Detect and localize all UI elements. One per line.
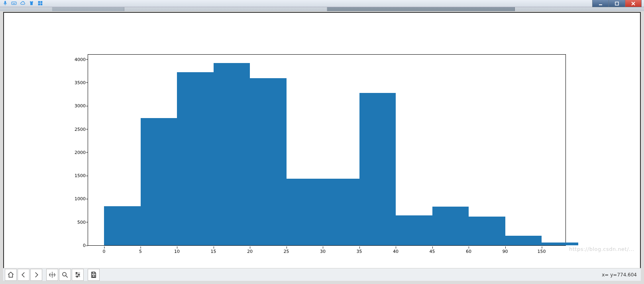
bar: [214, 63, 250, 245]
x-tick-label: 30: [320, 249, 326, 254]
svg-rect-9: [41, 4, 43, 6]
move-icon: [49, 271, 56, 278]
svg-point-17: [77, 276, 78, 277]
svg-point-3: [14, 2, 15, 3]
zoom-button[interactable]: [59, 269, 71, 281]
svg-point-16: [79, 274, 80, 275]
background-taskbar: [0, 7, 644, 11]
mic-icon: [2, 0, 8, 6]
x-tick-label: 40: [393, 249, 399, 254]
bar: [104, 206, 141, 245]
pan-button[interactable]: [46, 269, 58, 281]
bar: [250, 78, 287, 245]
os-taskbar: [0, 0, 644, 7]
arrow-left-icon: [20, 271, 27, 278]
x-tick-label: 15: [211, 249, 216, 254]
matplotlib-toolbar: x= y=774.604: [3, 268, 641, 281]
axes: 05001000150020002500300035004000 0510152…: [88, 54, 566, 246]
y-tick-label: 3500: [68, 80, 86, 85]
bar: [396, 215, 432, 245]
bar: [287, 179, 323, 245]
svg-rect-11: [615, 2, 618, 5]
x-tick-label: 45: [430, 249, 435, 254]
svg-rect-5: [13, 4, 15, 4]
back-button[interactable]: [18, 269, 29, 281]
svg-rect-6: [38, 1, 40, 3]
minimize-button[interactable]: [592, 0, 609, 7]
svg-rect-8: [38, 4, 40, 6]
bar: [505, 236, 542, 245]
x-tick-label: 35: [357, 249, 362, 254]
svg-rect-19: [92, 275, 95, 277]
x-tick-label: 60: [466, 249, 471, 254]
svg-point-15: [76, 272, 77, 274]
svg-point-14: [63, 272, 66, 276]
y-tick-label: 1500: [68, 173, 86, 178]
bar: [432, 207, 469, 245]
save-button[interactable]: [88, 269, 100, 281]
cursor-coords: x= y=774.604: [602, 272, 637, 278]
keyboard-icon: [11, 0, 17, 6]
bar: [323, 179, 359, 245]
svg-rect-0: [12, 2, 16, 5]
y-tick-label: 1000: [68, 196, 86, 201]
maximize-button[interactable]: [609, 0, 625, 7]
home-icon: [7, 271, 14, 278]
bar: [542, 243, 578, 245]
x-tick-label: 10: [174, 249, 180, 254]
svg-point-1: [12, 2, 13, 3]
svg-point-4: [15, 2, 16, 3]
subplots-button[interactable]: [72, 269, 84, 281]
close-button[interactable]: [625, 0, 642, 7]
y-tick-label: 2500: [68, 126, 86, 132]
arrow-right-icon: [33, 271, 40, 278]
sliders-icon: [74, 271, 81, 278]
svg-rect-7: [41, 1, 43, 3]
bar: [469, 217, 505, 245]
y-tick-label: 4000: [68, 57, 86, 62]
figure-window: 05001000150020002500300035004000 0510152…: [0, 0, 644, 284]
grid-icon: [37, 0, 43, 6]
figure-canvas: 05001000150020002500300035004000 0510152…: [3, 12, 641, 269]
y-tick-label: 3000: [68, 103, 86, 108]
shirt-icon: [29, 0, 34, 6]
y-tick-label: 2000: [68, 150, 86, 155]
window-controls: [593, 0, 642, 7]
zoom-icon: [61, 271, 69, 278]
x-tick-label: 5: [139, 249, 142, 254]
cloud-icon: [20, 0, 26, 6]
bar: [177, 72, 214, 245]
bar: [141, 118, 177, 245]
histogram-bars: [88, 55, 565, 245]
bar: [359, 93, 396, 245]
tray-icons: [2, 0, 43, 6]
save-icon: [90, 271, 97, 278]
x-tick-label: 150: [538, 249, 546, 254]
home-button[interactable]: [5, 269, 17, 281]
x-tick-label: 25: [284, 249, 289, 254]
watermark-text: https://blog.csdn.net/...: [569, 246, 634, 252]
svg-point-2: [13, 2, 14, 3]
x-tick-label: 20: [247, 249, 253, 254]
x-tick-label: 0: [103, 249, 106, 254]
y-tick-label: 500: [68, 219, 86, 225]
x-tick-label: 90: [503, 249, 508, 254]
forward-button[interactable]: [30, 269, 42, 281]
y-tick-label: 0: [68, 243, 86, 248]
svg-rect-18: [92, 272, 95, 274]
